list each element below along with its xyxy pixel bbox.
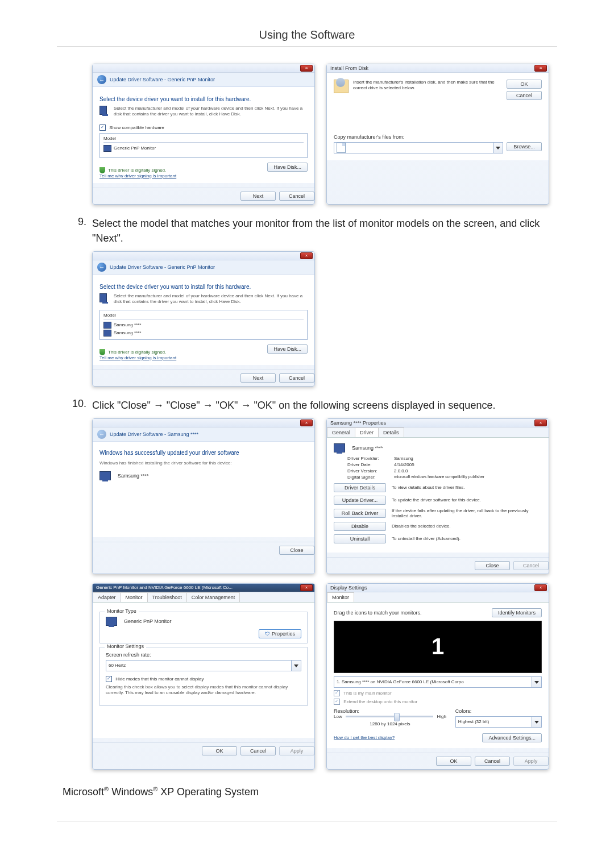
titlebar: Generic PnP Monitor and NVIDIA GeForce 6… bbox=[93, 584, 314, 592]
tabs: Adapter Monitor Troubleshoot Color Manag… bbox=[93, 592, 314, 603]
extend-desktop-checkbox: ✓ Extend the desktop onto this monitor bbox=[334, 699, 542, 705]
driver-details-button[interactable]: Driver Details bbox=[334, 483, 386, 492]
colors-combo[interactable]: Highest (32 bit) bbox=[455, 716, 542, 728]
tab-general[interactable]: General bbox=[327, 427, 355, 437]
signing-link[interactable]: Tell me why driver signing is important bbox=[99, 173, 176, 178]
tabs: General Driver Details bbox=[327, 427, 549, 438]
tab-driver[interactable]: Driver bbox=[355, 427, 379, 437]
show-compatible-checkbox[interactable]: ✓ Show compatible hardware bbox=[99, 124, 308, 131]
signing-link[interactable]: Tell me why driver signing is important bbox=[99, 355, 176, 360]
tab-monitor[interactable]: Monitor bbox=[327, 592, 354, 602]
checkbox-label: Show compatible hardware bbox=[109, 124, 164, 130]
list-item-label: Samsung **** bbox=[114, 330, 141, 335]
dialog-subtext: Select the manufacturer and model of you… bbox=[114, 106, 308, 118]
close-button[interactable]: Close bbox=[279, 546, 314, 555]
next-button[interactable]: Next bbox=[240, 373, 276, 383]
tab-monitor[interactable]: Monitor bbox=[121, 592, 148, 602]
resolution-label: Resolution: bbox=[334, 708, 446, 714]
close-icon[interactable]: × bbox=[300, 252, 313, 259]
dialog-subtext: Select the manufacturer and model of you… bbox=[114, 293, 308, 305]
model-list[interactable]: Model Generic PnP Monitor bbox=[99, 133, 308, 158]
step-text: Select the model that matches your monit… bbox=[92, 216, 557, 246]
list-header: Model bbox=[103, 136, 304, 143]
monitor-icon bbox=[103, 322, 111, 329]
uninstall-button[interactable]: Uninstall bbox=[334, 534, 386, 543]
step-9: 9. Select the model that matches your mo… bbox=[68, 216, 557, 246]
hide-modes-checkbox[interactable]: ✓ Hide modes that this monitor cannot di… bbox=[106, 676, 301, 682]
list-item[interactable]: Samsung **** bbox=[103, 329, 304, 337]
update-driver-button[interactable]: Update Driver... bbox=[334, 496, 386, 505]
ok-button[interactable]: OK bbox=[436, 757, 471, 766]
close-icon[interactable]: × bbox=[534, 584, 547, 591]
monitor-type-name: Generic PnP Monitor bbox=[124, 618, 171, 624]
ms: Microsoft bbox=[63, 786, 104, 798]
help-link[interactable]: How do I get the best display? bbox=[334, 735, 395, 740]
refresh-combo[interactable]: 60 Hertz bbox=[106, 660, 301, 671]
resolution-slider[interactable] bbox=[346, 716, 434, 717]
monitor-icon bbox=[99, 471, 111, 480]
properties-label: Properties bbox=[272, 631, 295, 637]
close-button[interactable]: Close bbox=[475, 561, 510, 570]
tab-details[interactable]: Details bbox=[378, 427, 404, 437]
slider-thumb[interactable] bbox=[394, 713, 400, 721]
group-title: Monitor Type bbox=[105, 608, 139, 614]
advanced-button[interactable]: Advanced Settings... bbox=[482, 733, 542, 742]
model-list[interactable]: Model Samsung **** Samsung **** bbox=[99, 310, 308, 340]
dialog-driver-properties: Samsung **** Properties × General Driver… bbox=[326, 418, 549, 574]
close-icon[interactable]: × bbox=[300, 420, 313, 426]
close-icon[interactable]: × bbox=[300, 584, 313, 591]
dropdown-icon[interactable] bbox=[532, 677, 541, 687]
tab-troubleshoot[interactable]: Troubleshoot bbox=[147, 592, 187, 602]
success-subtext: Windows has finished installing the driv… bbox=[99, 460, 308, 466]
titlebar: Install From Disk × bbox=[327, 64, 549, 73]
list-item[interactable]: Generic PnP Monitor bbox=[103, 144, 304, 152]
shield-icon bbox=[99, 167, 105, 173]
ok-button[interactable]: OK bbox=[507, 80, 542, 89]
dialog-update-success: × ← Update Driver Software - Samsung ***… bbox=[92, 418, 315, 574]
value: Samsung bbox=[394, 456, 413, 461]
titlebar: Samsung **** Properties × bbox=[327, 419, 549, 427]
slider-high: High bbox=[437, 714, 446, 719]
monitor-icon bbox=[103, 145, 111, 152]
close-icon[interactable]: × bbox=[300, 65, 313, 72]
properties-button[interactable]: 🛡 Properties bbox=[259, 629, 301, 638]
close-icon[interactable]: × bbox=[534, 420, 547, 426]
breadcrumb: ← Update Driver Software - Generic PnP M… bbox=[93, 73, 314, 87]
device-name: Samsung **** bbox=[118, 473, 149, 479]
cancel-button[interactable]: Cancel bbox=[475, 757, 510, 766]
path-combo[interactable] bbox=[334, 142, 503, 153]
cancel-button[interactable]: Cancel bbox=[507, 91, 542, 100]
dropdown-icon[interactable] bbox=[532, 717, 541, 727]
browse-button[interactable]: Browse... bbox=[507, 142, 542, 151]
step-text: Click "Close" → "Close" → "OK" → "OK" on… bbox=[92, 398, 557, 413]
identify-button[interactable]: Identify Monitors bbox=[492, 608, 542, 617]
tab-color[interactable]: Color Management bbox=[186, 592, 240, 602]
dropdown-icon[interactable] bbox=[291, 661, 301, 671]
list-item[interactable]: Samsung **** bbox=[103, 321, 304, 329]
cancel-button[interactable]: Cancel bbox=[240, 746, 276, 755]
page-title: Using the Software bbox=[57, 28, 557, 41]
have-disk-button[interactable]: Have Disk... bbox=[267, 344, 308, 354]
next-button[interactable]: Next bbox=[240, 192, 276, 201]
dropdown-icon[interactable] bbox=[493, 143, 503, 153]
desc: To view details about the driver files. bbox=[392, 485, 542, 490]
window-title: Generic PnP Monitor and NVIDIA GeForce 6… bbox=[96, 585, 233, 590]
rollback-button[interactable]: Roll Back Driver bbox=[334, 509, 386, 518]
display-combo[interactable]: 1. Samsung **** on NVIDIA GeForce 6600 L… bbox=[334, 676, 542, 688]
back-icon[interactable]: ← bbox=[97, 75, 106, 84]
cancel-button[interactable]: Cancel bbox=[279, 373, 314, 383]
have-disk-button[interactable]: Have Disk... bbox=[267, 163, 308, 172]
back-icon[interactable]: ← bbox=[97, 263, 106, 272]
monitor-type-group: Monitor Type Generic PnP Monitor 🛡 Prope… bbox=[99, 612, 308, 643]
ok-button[interactable]: OK bbox=[202, 746, 237, 755]
cancel-button[interactable]: Cancel bbox=[279, 192, 314, 201]
install-text: Insert the manufacturer's installation d… bbox=[353, 80, 502, 92]
monitor-preview[interactable]: 1 bbox=[334, 621, 542, 673]
tab-adapter[interactable]: Adapter bbox=[93, 592, 121, 602]
close-icon[interactable]: × bbox=[534, 65, 547, 72]
dialog-heading: Select the device driver you want to ins… bbox=[99, 96, 308, 102]
titlebar: × bbox=[93, 419, 314, 427]
disable-button[interactable]: Disable bbox=[334, 522, 386, 531]
titlebar: Display Settings × bbox=[327, 584, 549, 592]
monitor-icon bbox=[106, 617, 117, 626]
